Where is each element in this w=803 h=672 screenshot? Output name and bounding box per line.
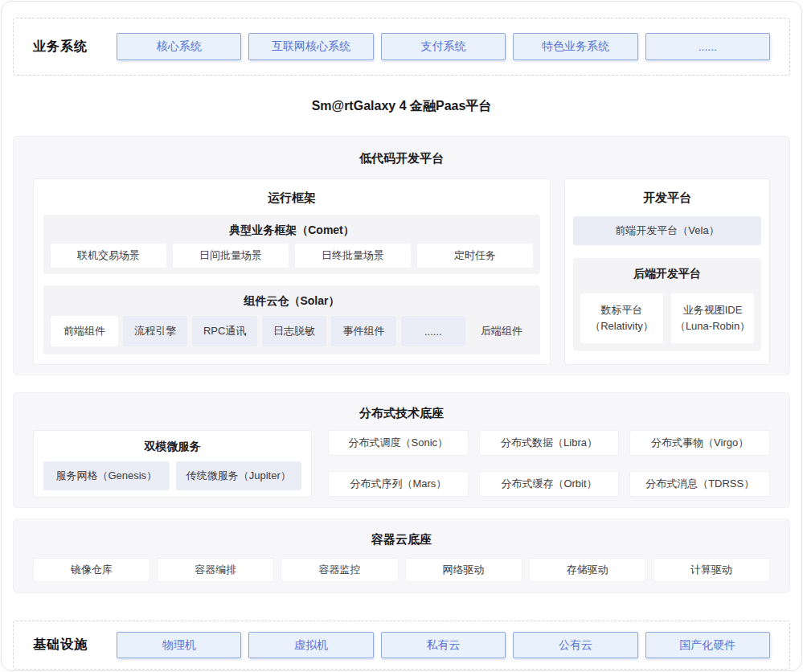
distributed-service-box: 分布式事物（Virgo） bbox=[629, 430, 770, 456]
dev-platform-panel: 开发平台 前端开发平台（Vela） 后端开发平台 数标平台 （Relativit… bbox=[564, 178, 770, 365]
backend-tools-row: 数标平台 （Relativity） 业务视图IDE （Luna-Robin） bbox=[580, 293, 754, 343]
comet-framework-box: 典型业务框架（Comet） 联机交易场景 日间批量场景 日终批量场景 定时任务 bbox=[43, 215, 540, 274]
solar-component-box: RPC通讯 bbox=[192, 316, 256, 346]
solar-frontend-component-box: 前端组件 bbox=[51, 316, 118, 346]
backend-tool-box: 数标平台 （Relativity） bbox=[580, 293, 663, 343]
solar-component-box: 日志脱敏 bbox=[262, 316, 326, 346]
low-code-platform-section: 低代码开发平台 运行框架 典型业务框架（Comet） 联机交易场景 日间批量场景… bbox=[13, 136, 790, 375]
container-service-box: 容器监控 bbox=[281, 558, 398, 582]
infrastructure-box: 物理机 bbox=[117, 632, 241, 658]
solar-component-store-title: 组件云仓（Solar） bbox=[51, 292, 533, 309]
microservice-box: 服务网格（Genesis） bbox=[43, 461, 170, 490]
backend-tool-code: （Luna-Robin） bbox=[675, 318, 750, 334]
infrastructure-box: 私有云 bbox=[381, 632, 506, 658]
solar-components-row: 前端组件 流程引擎 RPC通讯 日志脱敏 事件组件 ...... 后端组件 bbox=[51, 316, 533, 346]
container-service-box: 容器编排 bbox=[157, 558, 274, 582]
business-systems-boxes: 核心系统 互联网核心系统 支付系统 特色业务系统 ...... bbox=[117, 33, 770, 60]
backend-tool-name: 数标平台 bbox=[601, 302, 643, 318]
container-service-box: 计算驱动 bbox=[653, 558, 770, 582]
comet-scenario-box: 日终批量场景 bbox=[295, 244, 411, 268]
runtime-framework-panel: 运行框架 典型业务框架（Comet） 联机交易场景 日间批量场景 日终批量场景 … bbox=[33, 178, 551, 365]
runtime-framework-title: 运行框架 bbox=[43, 189, 540, 207]
business-system-box: 互联网核心系统 bbox=[248, 33, 373, 60]
backend-tool-name: 业务视图IDE bbox=[683, 302, 743, 318]
distributed-service-box: 分布式序列（Mars） bbox=[328, 471, 469, 497]
backend-tool-code: （Relativity） bbox=[590, 318, 653, 334]
distributed-service-box: 分布式调度（Sonic） bbox=[328, 430, 469, 456]
distributed-base-section: 分布式技术底座 双模微服务 服务网格（Genesis） 传统微服务（Jupite… bbox=[13, 392, 790, 508]
container-services-row: 镜像仓库 容器编排 容器监控 网络驱动 存储驱动 计算驱动 bbox=[33, 558, 770, 582]
solar-component-store-box: 组件云仓（Solar） 前端组件 流程引擎 RPC通讯 日志脱敏 事件组件 ..… bbox=[43, 285, 540, 354]
business-systems-row: 业务系统 核心系统 互联网核心系统 支付系统 特色业务系统 ...... bbox=[13, 18, 790, 76]
container-base-section: 容器云底座 镜像仓库 容器编排 容器监控 网络驱动 存储驱动 计算驱动 bbox=[13, 518, 790, 593]
business-system-box: 支付系统 bbox=[381, 33, 506, 60]
infrastructure-box: 国产化硬件 bbox=[645, 632, 770, 658]
backend-dev-platform-box: 后端开发平台 数标平台 （Relativity） 业务视图IDE （Luna-R… bbox=[573, 258, 761, 351]
low-code-content: 运行框架 典型业务框架（Comet） 联机交易场景 日间批量场景 日终批量场景 … bbox=[33, 178, 770, 365]
comet-scenario-box: 日间批量场景 bbox=[173, 244, 289, 268]
dual-mode-microservice-panel: 双模微服务 服务网格（Genesis） 传统微服务（Jupiter） bbox=[33, 430, 312, 498]
business-system-box: 核心系统 bbox=[117, 33, 241, 60]
container-service-box: 存储驱动 bbox=[529, 558, 646, 582]
container-service-box: 网络驱动 bbox=[405, 558, 522, 582]
platform-title: Sm@rtGalaxy 4 金融Paas平台 bbox=[2, 97, 801, 115]
solar-component-box: 事件组件 bbox=[331, 316, 395, 346]
distributed-services-grid: 分布式调度（Sonic） 分布式数据（Libra） 分布式事物（Virgo） 分… bbox=[328, 430, 770, 498]
solar-component-box: ...... bbox=[401, 316, 465, 346]
container-service-box: 镜像仓库 bbox=[33, 558, 150, 582]
infrastructure-row: 基础设施 物理机 虚拟机 私有云 公有云 国产化硬件 bbox=[13, 621, 790, 670]
dev-platform-title: 开发平台 bbox=[573, 189, 761, 207]
distributed-content: 双模微服务 服务网格（Genesis） 传统微服务（Jupiter） 分布式调度… bbox=[33, 430, 770, 498]
infrastructure-label: 基础设施 bbox=[33, 637, 88, 654]
business-systems-label: 业务系统 bbox=[33, 39, 88, 55]
backend-dev-platform-title: 后端开发平台 bbox=[580, 264, 754, 282]
business-system-box: ...... bbox=[645, 33, 770, 60]
infrastructure-box: 虚拟机 bbox=[248, 632, 373, 658]
backend-tool-box: 业务视图IDE （Luna-Robin） bbox=[671, 293, 754, 343]
microservice-box: 传统微服务（Jupiter） bbox=[176, 461, 302, 490]
distributed-base-title: 分布式技术底座 bbox=[33, 404, 770, 422]
distributed-service-box: 分布式缓存（Orbit） bbox=[479, 471, 620, 497]
architecture-diagram: 业务系统 核心系统 互联网核心系统 支付系统 特色业务系统 ...... Sm@… bbox=[1, 1, 802, 671]
comet-scenario-box: 联机交易场景 bbox=[51, 244, 166, 268]
distributed-service-box: 分布式消息（TDRSS） bbox=[629, 471, 770, 497]
container-base-title: 容器云底座 bbox=[33, 531, 770, 548]
comet-scenario-box: 定时任务 bbox=[417, 244, 533, 268]
infrastructure-box: 公有云 bbox=[513, 632, 637, 658]
distributed-service-box: 分布式数据（Libra） bbox=[479, 430, 620, 456]
solar-backend-component-label: 后端组件 bbox=[470, 316, 533, 346]
low-code-platform-title: 低代码开发平台 bbox=[33, 150, 770, 167]
frontend-dev-platform-box: 前端开发平台（Vela） bbox=[573, 216, 761, 245]
dual-mode-row: 服务网格（Genesis） 传统微服务（Jupiter） bbox=[43, 461, 301, 490]
solar-component-box: 流程引擎 bbox=[123, 316, 187, 346]
comet-scenarios-row: 联机交易场景 日间批量场景 日终批量场景 定时任务 bbox=[51, 244, 533, 268]
dual-mode-microservice-title: 双模微服务 bbox=[43, 437, 301, 455]
comet-framework-title: 典型业务框架（Comet） bbox=[51, 221, 533, 239]
infrastructure-boxes: 物理机 虚拟机 私有云 公有云 国产化硬件 bbox=[117, 632, 770, 658]
business-system-box: 特色业务系统 bbox=[513, 33, 637, 60]
